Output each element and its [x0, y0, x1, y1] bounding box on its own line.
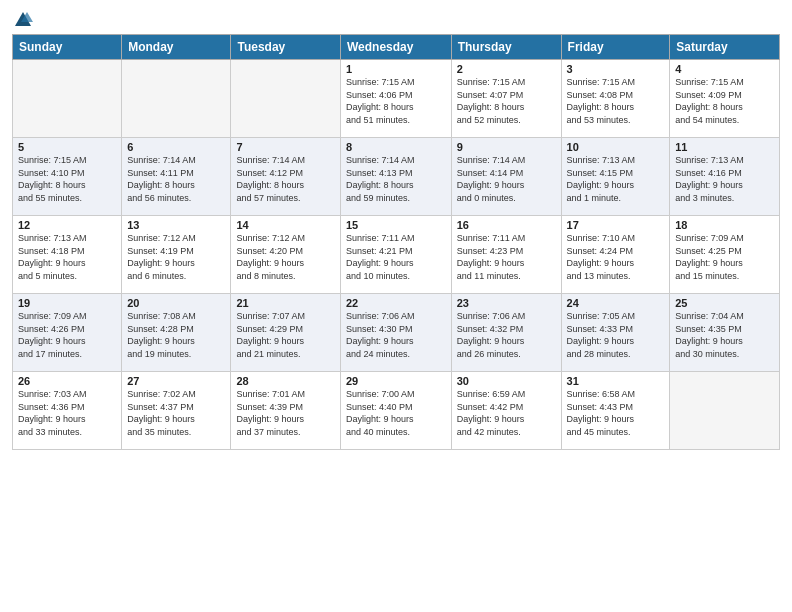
- day-header-thursday: Thursday: [451, 35, 561, 60]
- calendar-cell: 20Sunrise: 7:08 AM Sunset: 4:28 PM Dayli…: [122, 294, 231, 372]
- day-detail: Sunrise: 7:10 AM Sunset: 4:24 PM Dayligh…: [567, 232, 665, 282]
- day-detail: Sunrise: 7:15 AM Sunset: 4:08 PM Dayligh…: [567, 76, 665, 126]
- day-number: 4: [675, 63, 774, 75]
- day-number: 12: [18, 219, 116, 231]
- day-number: 11: [675, 141, 774, 153]
- day-detail: Sunrise: 7:05 AM Sunset: 4:33 PM Dayligh…: [567, 310, 665, 360]
- day-detail: Sunrise: 7:06 AM Sunset: 4:30 PM Dayligh…: [346, 310, 446, 360]
- calendar-cell: 15Sunrise: 7:11 AM Sunset: 4:21 PM Dayli…: [340, 216, 451, 294]
- day-header-wednesday: Wednesday: [340, 35, 451, 60]
- calendar-cell: [122, 60, 231, 138]
- day-number: 25: [675, 297, 774, 309]
- calendar-cell: 18Sunrise: 7:09 AM Sunset: 4:25 PM Dayli…: [670, 216, 780, 294]
- day-number: 1: [346, 63, 446, 75]
- calendar-cell: 24Sunrise: 7:05 AM Sunset: 4:33 PM Dayli…: [561, 294, 670, 372]
- day-number: 2: [457, 63, 556, 75]
- logo-icon: [13, 10, 33, 30]
- day-detail: Sunrise: 7:00 AM Sunset: 4:40 PM Dayligh…: [346, 388, 446, 438]
- calendar-cell: 1Sunrise: 7:15 AM Sunset: 4:06 PM Daylig…: [340, 60, 451, 138]
- day-number: 24: [567, 297, 665, 309]
- day-number: 7: [236, 141, 334, 153]
- day-detail: Sunrise: 7:08 AM Sunset: 4:28 PM Dayligh…: [127, 310, 225, 360]
- calendar-cell: 31Sunrise: 6:58 AM Sunset: 4:43 PM Dayli…: [561, 372, 670, 450]
- calendar-cell: 4Sunrise: 7:15 AM Sunset: 4:09 PM Daylig…: [670, 60, 780, 138]
- day-number: 28: [236, 375, 334, 387]
- day-detail: Sunrise: 7:02 AM Sunset: 4:37 PM Dayligh…: [127, 388, 225, 438]
- day-detail: Sunrise: 7:15 AM Sunset: 4:10 PM Dayligh…: [18, 154, 116, 204]
- day-number: 31: [567, 375, 665, 387]
- day-detail: Sunrise: 7:11 AM Sunset: 4:21 PM Dayligh…: [346, 232, 446, 282]
- calendar-cell: 9Sunrise: 7:14 AM Sunset: 4:14 PM Daylig…: [451, 138, 561, 216]
- day-detail: Sunrise: 7:13 AM Sunset: 4:18 PM Dayligh…: [18, 232, 116, 282]
- week-row-5: 26Sunrise: 7:03 AM Sunset: 4:36 PM Dayli…: [13, 372, 780, 450]
- week-row-2: 5Sunrise: 7:15 AM Sunset: 4:10 PM Daylig…: [13, 138, 780, 216]
- calendar-cell: 2Sunrise: 7:15 AM Sunset: 4:07 PM Daylig…: [451, 60, 561, 138]
- calendar-cell: 3Sunrise: 7:15 AM Sunset: 4:08 PM Daylig…: [561, 60, 670, 138]
- day-detail: Sunrise: 7:04 AM Sunset: 4:35 PM Dayligh…: [675, 310, 774, 360]
- day-detail: Sunrise: 6:58 AM Sunset: 4:43 PM Dayligh…: [567, 388, 665, 438]
- calendar-cell: 27Sunrise: 7:02 AM Sunset: 4:37 PM Dayli…: [122, 372, 231, 450]
- calendar-cell: 16Sunrise: 7:11 AM Sunset: 4:23 PM Dayli…: [451, 216, 561, 294]
- day-number: 14: [236, 219, 334, 231]
- week-row-1: 1Sunrise: 7:15 AM Sunset: 4:06 PM Daylig…: [13, 60, 780, 138]
- calendar-cell: 28Sunrise: 7:01 AM Sunset: 4:39 PM Dayli…: [231, 372, 340, 450]
- calendar-cell: 10Sunrise: 7:13 AM Sunset: 4:15 PM Dayli…: [561, 138, 670, 216]
- calendar-cell: 21Sunrise: 7:07 AM Sunset: 4:29 PM Dayli…: [231, 294, 340, 372]
- day-detail: Sunrise: 7:14 AM Sunset: 4:13 PM Dayligh…: [346, 154, 446, 204]
- days-header-row: SundayMondayTuesdayWednesdayThursdayFrid…: [13, 35, 780, 60]
- calendar-cell: 25Sunrise: 7:04 AM Sunset: 4:35 PM Dayli…: [670, 294, 780, 372]
- calendar-cell: 7Sunrise: 7:14 AM Sunset: 4:12 PM Daylig…: [231, 138, 340, 216]
- calendar-cell: [670, 372, 780, 450]
- week-row-4: 19Sunrise: 7:09 AM Sunset: 4:26 PM Dayli…: [13, 294, 780, 372]
- day-detail: Sunrise: 7:15 AM Sunset: 4:09 PM Dayligh…: [675, 76, 774, 126]
- calendar-cell: 29Sunrise: 7:00 AM Sunset: 4:40 PM Dayli…: [340, 372, 451, 450]
- day-header-sunday: Sunday: [13, 35, 122, 60]
- day-detail: Sunrise: 7:13 AM Sunset: 4:16 PM Dayligh…: [675, 154, 774, 204]
- day-detail: Sunrise: 7:11 AM Sunset: 4:23 PM Dayligh…: [457, 232, 556, 282]
- day-number: 5: [18, 141, 116, 153]
- day-detail: Sunrise: 7:07 AM Sunset: 4:29 PM Dayligh…: [236, 310, 334, 360]
- calendar-table: SundayMondayTuesdayWednesdayThursdayFrid…: [12, 34, 780, 450]
- day-number: 17: [567, 219, 665, 231]
- day-detail: Sunrise: 7:14 AM Sunset: 4:14 PM Dayligh…: [457, 154, 556, 204]
- calendar-cell: 22Sunrise: 7:06 AM Sunset: 4:30 PM Dayli…: [340, 294, 451, 372]
- day-detail: Sunrise: 6:59 AM Sunset: 4:42 PM Dayligh…: [457, 388, 556, 438]
- day-detail: Sunrise: 7:09 AM Sunset: 4:25 PM Dayligh…: [675, 232, 774, 282]
- day-number: 10: [567, 141, 665, 153]
- day-number: 23: [457, 297, 556, 309]
- day-detail: Sunrise: 7:14 AM Sunset: 4:12 PM Dayligh…: [236, 154, 334, 204]
- calendar-cell: 30Sunrise: 6:59 AM Sunset: 4:42 PM Dayli…: [451, 372, 561, 450]
- day-header-monday: Monday: [122, 35, 231, 60]
- day-number: 20: [127, 297, 225, 309]
- day-number: 16: [457, 219, 556, 231]
- week-row-3: 12Sunrise: 7:13 AM Sunset: 4:18 PM Dayli…: [13, 216, 780, 294]
- calendar-cell: 26Sunrise: 7:03 AM Sunset: 4:36 PM Dayli…: [13, 372, 122, 450]
- calendar-cell: 23Sunrise: 7:06 AM Sunset: 4:32 PM Dayli…: [451, 294, 561, 372]
- calendar-cell: 17Sunrise: 7:10 AM Sunset: 4:24 PM Dayli…: [561, 216, 670, 294]
- day-detail: Sunrise: 7:12 AM Sunset: 4:19 PM Dayligh…: [127, 232, 225, 282]
- day-number: 27: [127, 375, 225, 387]
- calendar-cell: 6Sunrise: 7:14 AM Sunset: 4:11 PM Daylig…: [122, 138, 231, 216]
- day-number: 3: [567, 63, 665, 75]
- calendar-cell: 12Sunrise: 7:13 AM Sunset: 4:18 PM Dayli…: [13, 216, 122, 294]
- day-number: 6: [127, 141, 225, 153]
- calendar-cell: 13Sunrise: 7:12 AM Sunset: 4:19 PM Dayli…: [122, 216, 231, 294]
- day-number: 26: [18, 375, 116, 387]
- day-number: 30: [457, 375, 556, 387]
- day-number: 19: [18, 297, 116, 309]
- day-number: 13: [127, 219, 225, 231]
- calendar-cell: 11Sunrise: 7:13 AM Sunset: 4:16 PM Dayli…: [670, 138, 780, 216]
- day-detail: Sunrise: 7:14 AM Sunset: 4:11 PM Dayligh…: [127, 154, 225, 204]
- day-header-saturday: Saturday: [670, 35, 780, 60]
- day-detail: Sunrise: 7:01 AM Sunset: 4:39 PM Dayligh…: [236, 388, 334, 438]
- day-number: 29: [346, 375, 446, 387]
- day-detail: Sunrise: 7:12 AM Sunset: 4:20 PM Dayligh…: [236, 232, 334, 282]
- day-number: 9: [457, 141, 556, 153]
- day-number: 8: [346, 141, 446, 153]
- header: [12, 10, 780, 26]
- calendar-cell: [231, 60, 340, 138]
- day-detail: Sunrise: 7:13 AM Sunset: 4:15 PM Dayligh…: [567, 154, 665, 204]
- logo: [12, 10, 34, 26]
- day-detail: Sunrise: 7:06 AM Sunset: 4:32 PM Dayligh…: [457, 310, 556, 360]
- calendar-cell: 14Sunrise: 7:12 AM Sunset: 4:20 PM Dayli…: [231, 216, 340, 294]
